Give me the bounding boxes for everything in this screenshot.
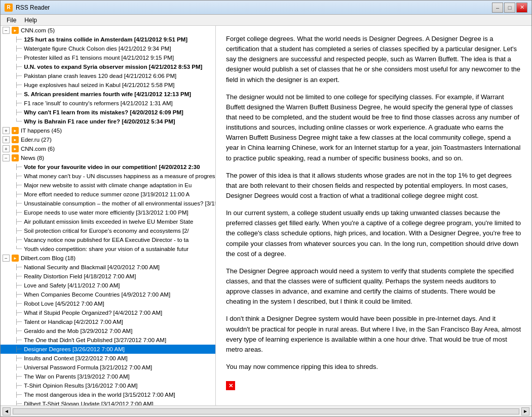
expand-icon-eder: + [3, 136, 10, 143]
sidebar[interactable]: − ► CNN.com (5) ├─125 hurt as trains col… [1, 26, 216, 405]
list-item[interactable]: ├─What money can't buy - UN discusses ha… [1, 172, 215, 181]
list-item[interactable]: ├─F1 race 'insult' to country's reformer… [1, 99, 215, 108]
expand-icon-cnn: − [3, 27, 10, 34]
main-window: R RSS Reader – □ ✕ File Help − ► CNN.com… [0, 0, 532, 417]
list-item[interactable]: ├─Insults and Context [3/22/2012 7:00 AM… [1, 354, 215, 363]
minimize-button[interactable]: – [492, 3, 503, 13]
expand-icon-it: + [3, 127, 10, 134]
expand-icon-cnn2: + [3, 145, 10, 152]
feed-header-cnn2[interactable]: + ► CNN.com (6) [1, 144, 215, 153]
list-item[interactable]: ├─Talent or Handicap [4/2/2012 7:00 AM] [1, 317, 215, 326]
list-item[interactable]: ├─Pakistan plane crash leaves 120 dead [… [1, 71, 215, 80]
article-paragraph-2: The designer would not be limited to one… [226, 92, 521, 163]
article-paragraph-7: You may now commence ripping this idea t… [226, 362, 521, 372]
list-item[interactable]: ├─Soil protection critical for Europe's … [1, 226, 215, 235]
menu-help[interactable]: Help [20, 16, 41, 25]
feed-icon-news: ► [12, 154, 19, 161]
app-icon: R [5, 4, 13, 12]
expand-icon-news: − [3, 154, 10, 161]
feed-icon-cnn2: ► [12, 145, 19, 152]
list-item[interactable]: └─Youth video competition: share your vi… [1, 244, 215, 254]
list-item[interactable]: ├─Why can't F1 learn from its mistakes? … [1, 108, 215, 117]
list-item[interactable]: ├─Air pollutant emission limits exceeded… [1, 217, 215, 226]
article-paragraph-5: The Designer Degree approach would need … [226, 266, 521, 307]
list-item[interactable]: ├─National Security and Blackmail [4/20/… [1, 263, 215, 272]
feed-group-cnn2: + ► CNN.com (6) [1, 144, 215, 153]
list-item[interactable]: ├─The War on Parents [3/19/2012 7:00 AM] [1, 372, 215, 381]
feed-header-cnn[interactable]: − ► CNN.com (5) [1, 26, 215, 35]
feed-icon-dilbert: ► [12, 255, 19, 262]
article-paragraph-4: In our current system, a college student… [226, 208, 521, 259]
scroll-left-button[interactable]: ◄ [3, 407, 11, 415]
list-item[interactable]: ├─Europe needs to use water more efficie… [1, 208, 215, 217]
maximize-button[interactable]: □ [504, 3, 515, 13]
list-item[interactable]: ├─Vote for your favourite video in our c… [1, 162, 215, 172]
list-item[interactable]: ├─Universal Password Formula [3/21/2012 … [1, 363, 215, 372]
window-title: RSS Reader [16, 4, 492, 11]
list-item[interactable]: ├─Robot Love [4/5/2012 7:00 AM] [1, 299, 215, 308]
list-item[interactable]: ├─Vacancy notice now published for EEA E… [1, 235, 215, 244]
feed-header-eder[interactable]: + ► Eder.ru (27) [1, 135, 215, 144]
feed-icon-cnn: ► [12, 27, 19, 34]
feed-icon-eder: ► [12, 136, 19, 143]
expand-icon-dilbert: − [3, 255, 10, 262]
list-item[interactable]: ├─What if Stupid People Organized? [4/4/… [1, 308, 215, 317]
feed-header-news[interactable]: − ► News (8) [1, 153, 215, 162]
article-paragraph-1: Forget college degrees. What the world n… [226, 34, 521, 85]
feed-label-it: IT happens (45) [21, 128, 62, 134]
scroll-right-button[interactable]: ► [521, 407, 529, 415]
list-item[interactable]: ├─Love and Safety [4/11/2012 7:00 AM] [1, 281, 215, 290]
feed-label-cnn2: CNN.com (6) [21, 146, 55, 152]
article-content: Forget college degrees. What the world n… [216, 26, 531, 405]
list-item-selected[interactable]: ├─Designer Degrees [3/26/2012 7:00 AM] [1, 345, 215, 354]
list-item[interactable]: ├─Protester killed as F1 tensions mount … [1, 53, 215, 62]
list-item[interactable]: ├─When Companies Become Countries [4/9/2… [1, 290, 215, 299]
feed-group-dilbert: − ► Dilbert.com Blog (18) ├─National Sec… [1, 254, 215, 405]
list-item[interactable]: └─Why is Bahrain F1 race under fire? [4/… [1, 117, 215, 126]
content-footer: ✕ [226, 379, 521, 392]
main-area: − ► CNN.com (5) ├─125 hurt as trains col… [1, 26, 531, 405]
list-item[interactable]: ├─Unsustainable consumption – the mother… [1, 199, 215, 208]
article-paragraph-6: I don't think a Designer Degree system w… [226, 314, 521, 355]
title-bar: R RSS Reader – □ ✕ [1, 1, 531, 15]
menu-file[interactable]: File [3, 16, 20, 25]
window-controls: – □ ✕ [492, 3, 527, 13]
status-bar: ◄ ► [1, 405, 531, 416]
feed-group-cnn: − ► CNN.com (5) ├─125 hurt as trains col… [1, 26, 215, 126]
close-article-button[interactable]: ✕ [226, 381, 235, 390]
list-item[interactable]: ├─More effort needed to reduce summer oz… [1, 190, 215, 199]
list-item[interactable]: ├─Dilbert T-Shirt Slogan Update [3/14/20… [1, 399, 215, 405]
list-item[interactable]: ├─The most dangerous idea in the world [… [1, 390, 215, 399]
list-item[interactable]: ├─Watergate figure Chuck Colson dies [4/… [1, 44, 215, 53]
list-item[interactable]: ├─S. African president marries fourth wi… [1, 90, 215, 99]
feed-group-it: + ► IT happens (45) [1, 126, 215, 135]
feed-label-dilbert: Dilbert.com Blog (18) [21, 255, 75, 261]
close-button[interactable]: ✕ [516, 3, 527, 13]
list-item[interactable]: ├─Huge explosives haul seized in Kabul [… [1, 80, 215, 90]
feed-label-news: News (8) [21, 155, 44, 161]
feed-header-it[interactable]: + ► IT happens (45) [1, 126, 215, 135]
list-item[interactable]: ├─Geraldo and the Mob [3/29/2012 7:00 AM… [1, 326, 215, 336]
list-item[interactable]: ├─125 hurt as trains collide in Amsterda… [1, 35, 215, 44]
feed-label-cnn: CNN.com (5) [21, 27, 55, 33]
menu-bar: File Help [1, 15, 531, 26]
feed-group-news: − ► News (8) ├─Vote for your favourite v… [1, 153, 215, 254]
list-item[interactable]: ├─The One that Didn't Get Published [3/2… [1, 336, 215, 345]
feed-icon-it: ► [12, 127, 19, 134]
feed-group-eder: + ► Eder.ru (27) [1, 135, 215, 144]
feed-label-eder: Eder.ru (27) [21, 137, 52, 143]
feed-header-dilbert[interactable]: − ► Dilbert.com Blog (18) [1, 254, 215, 263]
list-item[interactable]: ├─T-Shirt Opinion Results [3/16/2012 7:0… [1, 381, 215, 390]
article-paragraph-3: The power of this idea is that it allows… [226, 171, 521, 201]
list-item[interactable]: ├─Reality Distortion Field [4/18/2012 7:… [1, 272, 215, 281]
list-item[interactable]: ├─Major new website to assist with clima… [1, 181, 215, 190]
list-item[interactable]: ├─U.N. votes to expand Syria observer mi… [1, 62, 215, 71]
horizontal-scrollbar[interactable] [13, 408, 519, 414]
